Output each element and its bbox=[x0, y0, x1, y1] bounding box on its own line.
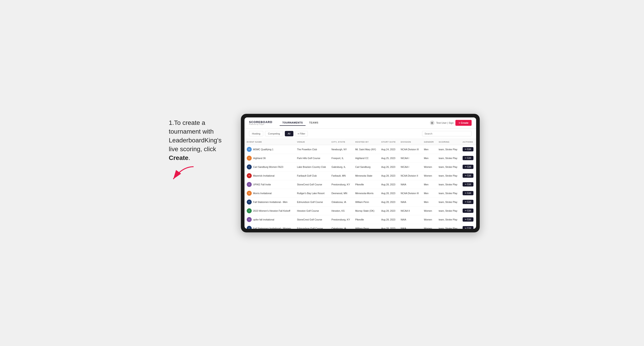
filter-tab-all[interactable]: All bbox=[285, 131, 294, 136]
cell-event-name: F Fall Statesmen Invitational - Men bbox=[244, 197, 295, 206]
cell-venue: Edmundson Golf Course bbox=[295, 197, 329, 206]
cell-venue: The Powelton Club bbox=[295, 145, 329, 154]
edit-button[interactable]: ✏ Edit bbox=[462, 147, 474, 151]
event-name-text: upike fall invitational bbox=[253, 218, 274, 221]
tablet-container: SCOREBOARD Powered by Clippit TOURNAMENT… bbox=[241, 114, 480, 232]
cell-city: Oskaloosa, IA bbox=[329, 224, 353, 229]
app-header: SCOREBOARD Powered by Clippit TOURNAMENT… bbox=[244, 117, 476, 129]
edit-button[interactable]: ✏ Edit bbox=[462, 208, 474, 213]
cell-gender: Women bbox=[422, 224, 436, 229]
cell-venue: Ruttger's Bay Lake Resort bbox=[295, 189, 329, 197]
cell-city: Oskaloosa, IA bbox=[329, 197, 353, 206]
edit-button[interactable]: ✏ Edit bbox=[462, 226, 474, 229]
nav-tab-teams[interactable]: TEAMS bbox=[306, 120, 321, 126]
col-division: DIVISION bbox=[398, 139, 422, 145]
cell-scoring: team, Stroke Play bbox=[436, 171, 460, 180]
cell-gender: Men bbox=[422, 197, 436, 206]
cell-scoring: team, Stroke Play bbox=[436, 189, 460, 197]
search-input[interactable] bbox=[422, 131, 472, 136]
cell-event-name: U upike fall invitational bbox=[244, 215, 295, 224]
cell-actions: ✏ Edit bbox=[460, 154, 476, 163]
cell-division: NAIA bbox=[398, 215, 422, 224]
table-scroll: EVENT NAME VENUE CITY, STATE HOSTED BY S… bbox=[244, 139, 476, 229]
event-name-text: Highland 36 bbox=[253, 157, 266, 160]
cell-actions: ✏ Edit bbox=[460, 197, 476, 206]
cell-venue: StoneCrest Golf Course bbox=[295, 215, 329, 224]
filter-button[interactable]: ≡ Filter bbox=[295, 131, 308, 136]
cell-city: Deerwood, MN bbox=[329, 189, 353, 197]
edit-button[interactable]: ✏ Edit bbox=[462, 182, 474, 186]
cell-event-name: M Maverick Invitational bbox=[244, 171, 295, 180]
event-name-text: Fall Statesmen Invitational - Women bbox=[253, 227, 291, 229]
event-logo: U bbox=[247, 182, 252, 187]
event-logo: 2 bbox=[247, 208, 252, 213]
cell-actions: ✏ Edit bbox=[460, 163, 476, 171]
cell-hosted-by: Highland CC bbox=[353, 154, 379, 163]
cell-venue: Park Hills Golf Course bbox=[295, 154, 329, 163]
edit-button[interactable]: ✏ Edit bbox=[462, 217, 474, 222]
event-logo: F bbox=[247, 226, 252, 229]
nav-tabs: TOURNAMENTS TEAMS bbox=[280, 120, 321, 126]
event-logo: H bbox=[247, 156, 252, 161]
page-wrapper: 1.To create a tournament with Leaderboar… bbox=[164, 114, 480, 232]
tablet-screen: SCOREBOARD Powered by Clippit TOURNAMENT… bbox=[244, 117, 476, 229]
cell-venue: Lake Bracken Country Club bbox=[295, 163, 329, 171]
cell-gender: Women bbox=[422, 206, 436, 215]
filter-tab-hosting[interactable]: Hosting bbox=[249, 131, 263, 136]
annotation-period: . bbox=[188, 154, 190, 161]
table-body: M MSMC Qualifying 1 The Powelton Club Ne… bbox=[244, 145, 476, 229]
cell-division: NAIA bbox=[398, 197, 422, 206]
cell-scoring: team, Stroke Play bbox=[436, 145, 460, 154]
annotation-body: 1.To create a tournament with Leaderboar… bbox=[169, 119, 222, 153]
logo-title: SCOREBOARD bbox=[249, 121, 272, 124]
cell-event-name: U UPIKE Fall Invite bbox=[244, 180, 295, 189]
cell-division: NCAA Division III bbox=[398, 189, 422, 197]
event-logo: F bbox=[247, 199, 252, 204]
cell-scoring: team, Stroke Play bbox=[436, 206, 460, 215]
nav-tab-tournaments[interactable]: TOURNAMENTS bbox=[280, 120, 306, 126]
create-button[interactable]: + Create bbox=[456, 120, 472, 126]
cell-hosted-by: Pikeville bbox=[353, 180, 379, 189]
cell-start-date: Aug 26, 2023 bbox=[379, 163, 398, 171]
filter-tab-competing[interactable]: Competing bbox=[265, 131, 283, 136]
cell-gender: Women bbox=[422, 171, 436, 180]
header-right: ⚙ Test User | Sign + Create bbox=[430, 120, 472, 126]
table-row: M MSMC Qualifying 1 The Powelton Club Ne… bbox=[244, 145, 476, 154]
cell-actions: ✏ Edit bbox=[460, 224, 476, 229]
cell-division: NAIA bbox=[398, 224, 422, 229]
cell-city: Faribault, MN bbox=[329, 171, 353, 180]
table-row: M Morris Invitational Ruttger's Bay Lake… bbox=[244, 189, 476, 197]
cell-city: Galesburg, IL bbox=[329, 163, 353, 171]
cell-actions: ✏ Edit bbox=[460, 206, 476, 215]
col-hosted-by: HOSTED BY bbox=[353, 139, 379, 145]
cell-gender: Men bbox=[422, 154, 436, 163]
edit-button[interactable]: ✏ Edit bbox=[462, 156, 474, 160]
edit-button[interactable]: ✏ Edit bbox=[462, 200, 474, 204]
annotation-bold: Create bbox=[169, 154, 188, 161]
filters-bar: Hosting Competing All ≡ Filter bbox=[244, 129, 476, 139]
col-actions: ACTIONS bbox=[460, 139, 476, 145]
event-name-text: Carl Sandburg Women FA23 bbox=[253, 166, 283, 168]
cell-city: Prestonsburg, KY bbox=[329, 215, 353, 224]
cell-event-name: H Highland 36 bbox=[244, 154, 295, 163]
cell-gender: Men bbox=[422, 145, 436, 154]
cell-hosted-by: William Penn bbox=[353, 197, 379, 206]
table-row: C Carl Sandburg Women FA23 Lake Bracken … bbox=[244, 163, 476, 171]
col-scoring: SCORING bbox=[436, 139, 460, 145]
cell-scoring: team, Stroke Play bbox=[436, 197, 460, 206]
cell-event-name: M MSMC Qualifying 1 bbox=[244, 145, 295, 154]
cell-start-date: Aug 24, 2023 bbox=[379, 145, 398, 154]
cell-hosted-by: Mt. Saint Mary (NY) bbox=[353, 145, 379, 154]
event-logo: M bbox=[247, 147, 252, 152]
cell-start-date: Aug 25, 2023 bbox=[379, 154, 398, 163]
cell-gender: Women bbox=[422, 215, 436, 224]
edit-button[interactable]: ✏ Edit bbox=[462, 191, 474, 195]
logo-area: SCOREBOARD Powered by Clippit bbox=[249, 121, 272, 125]
cell-division: NICAA I bbox=[398, 163, 422, 171]
gear-icon[interactable]: ⚙ bbox=[430, 121, 434, 125]
col-start-date: START DATE bbox=[379, 139, 398, 145]
event-logo: U bbox=[247, 217, 252, 222]
cell-start-date: Aug 28, 2023 bbox=[379, 197, 398, 206]
edit-button[interactable]: ✏ Edit bbox=[462, 173, 474, 178]
edit-button[interactable]: ✏ Edit bbox=[462, 165, 474, 169]
